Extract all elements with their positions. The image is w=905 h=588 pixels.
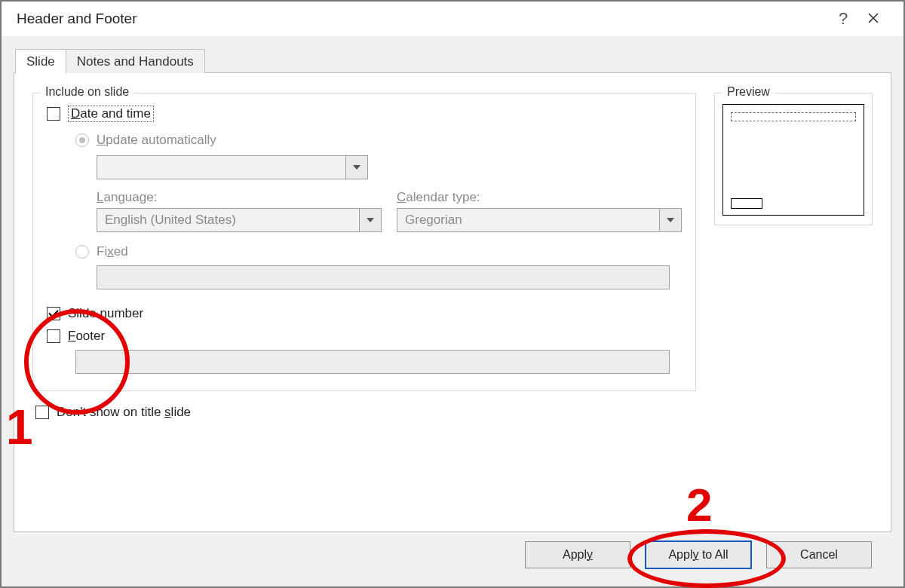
input-fixed-date[interactable] [97,265,670,289]
radio-fixed[interactable] [75,245,89,259]
tab-panel-slide: Include on slide Date and time Update au… [14,72,891,532]
label-slide-number: Slide number [68,306,143,321]
checkbox-dont-show-title[interactable] [35,406,49,419]
row-lang-cal: Language: English (United States) Calend… [97,190,682,232]
label-update-auto: Update automatically [97,133,216,148]
preview-header-slot [731,112,856,121]
radio-update-auto[interactable] [75,133,89,147]
checkbox-footer[interactable] [47,329,60,343]
row-footer: Footer [47,329,682,344]
left-column: Include on slide Date and time Update au… [32,88,696,513]
cancel-button[interactable]: Cancel [766,541,872,568]
group-legend-include: Include on slide [41,85,133,99]
tab-strip: Slide Notes and Handouts [15,47,891,72]
chevron-down-icon [353,165,360,170]
apply-button[interactable]: Apply [525,541,630,568]
close-icon [867,12,879,24]
label-fixed: Fixed [97,244,128,259]
input-footer[interactable] [75,350,670,374]
help-button[interactable]: ? [828,9,858,29]
checkbox-slide-number[interactable] [47,307,60,320]
preview-footer-row [731,198,856,209]
dialog-window: Header and Footer ? Slide Notes and Hand… [0,0,905,588]
dropdown-calendar-value: Gregorian [397,209,659,231]
row-dont-show-title: Don't show on title slide [35,405,696,420]
dropdown-language-value: English (United States) [97,209,359,231]
chevron-down-icon [367,218,374,222]
group-include-on-slide: Include on slide Date and time Update au… [32,93,696,391]
apply-to-all-button[interactable]: Apply to All [646,541,751,568]
label-language: Language: [97,190,382,205]
preview-slide-number-slot [731,198,762,209]
row-slide-number: Slide number [47,306,682,321]
dropdown-date-format-value [97,156,345,179]
chevron-down-icon [667,218,674,222]
button-bar: Apply Apply to All Cancel [14,532,891,579]
group-preview: Preview [714,93,873,225]
row-date-time: Date and time [47,106,682,122]
dropdown-language[interactable]: English (United States) [97,208,382,232]
dropdown-calendar-button[interactable] [659,209,681,231]
dropdown-date-format[interactable] [97,155,368,179]
tab-notes-handouts[interactable]: Notes and Handouts [66,49,205,73]
section-update-auto: Update automatically Language: [75,133,682,289]
right-column: Preview [714,88,873,513]
preview-thumbnail [722,104,864,216]
dialog-title: Header and Footer [17,11,828,27]
label-calendar: Calendar type: [397,190,682,205]
tab-slide[interactable]: Slide [15,49,66,73]
label-dont-show-title: Don't show on title slide [57,405,191,420]
row-update-auto: Update automatically [75,133,682,148]
label-date-time: Date and time [68,106,154,122]
close-button[interactable] [858,11,888,28]
dialog-body: Slide Notes and Handouts Include on slid… [2,36,903,586]
row-fixed: Fixed [75,244,682,259]
group-legend-preview: Preview [722,85,775,99]
dropdown-language-button[interactable] [359,209,381,231]
dropdown-calendar[interactable]: Gregorian [397,208,682,232]
titlebar: Header and Footer ? [2,2,903,36]
checkbox-date-time[interactable] [47,107,60,121]
label-footer: Footer [68,329,105,344]
dropdown-date-format-button[interactable] [345,156,367,179]
